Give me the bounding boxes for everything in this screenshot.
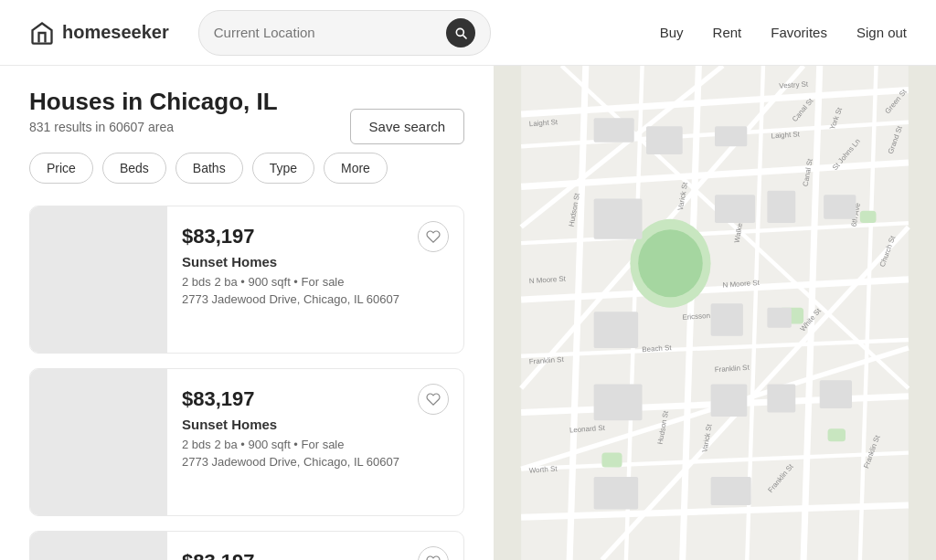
svg-rect-24 (601, 453, 622, 468)
nav-buy[interactable]: Buy (660, 25, 684, 40)
svg-rect-56 (715, 126, 747, 146)
svg-rect-26 (860, 211, 877, 223)
filter-beds[interactable]: Beds (102, 153, 166, 184)
heart-icon (426, 392, 441, 407)
heart-icon (426, 229, 441, 244)
listing-info: $83,197 (167, 532, 463, 560)
nav-rent[interactable]: Rent (713, 25, 742, 40)
svg-point-22 (638, 229, 703, 297)
svg-rect-59 (767, 191, 795, 223)
search-button[interactable] (446, 18, 475, 48)
search-input[interactable]: Current Location (214, 25, 439, 40)
filter-baths[interactable]: Baths (176, 153, 243, 184)
search-bar: Current Location (198, 10, 491, 56)
favorite-button[interactable] (418, 384, 449, 415)
logo[interactable]: homeseeker (29, 20, 169, 46)
search-icon (453, 26, 468, 40)
filter-price[interactable]: Price (29, 153, 93, 184)
heart-icon (426, 555, 441, 560)
nav-sign-out[interactable]: Sign out (856, 25, 907, 40)
favorite-button[interactable] (418, 221, 449, 252)
listing-card[interactable]: $83,197 Sunset Homes 2 bds 2 ba • 900 sq… (29, 368, 464, 516)
nav-links: Buy Rent Favorites Sign out (660, 25, 907, 40)
listing-address: 2773 Jadewood Drive, Chicago, IL 60607 (182, 455, 449, 469)
svg-rect-58 (715, 195, 755, 223)
svg-rect-66 (767, 385, 795, 413)
listing-price: $83,197 (182, 387, 449, 411)
filter-bar: Price Beds Baths Type More (29, 153, 464, 184)
logo-text: homeseeker (62, 22, 169, 43)
svg-rect-62 (711, 303, 743, 335)
map-svg: Vestry St Laight St Laight St N Moore St… (494, 66, 936, 560)
favorite-button[interactable] (418, 546, 449, 560)
home-icon (29, 20, 55, 46)
listing-info: $83,197 Sunset Homes 2 bds 2 ba • 900 sq… (167, 206, 463, 353)
map-panel[interactable]: Vestry St Laight St Laight St N Moore St… (494, 66, 936, 560)
svg-rect-55 (646, 126, 683, 154)
main-content: Houses in Chicago, IL 831 results in 606… (0, 66, 936, 560)
filter-more[interactable]: More (324, 153, 388, 184)
save-search-button[interactable]: Save search (350, 109, 464, 144)
svg-rect-60 (824, 195, 856, 218)
svg-rect-63 (767, 308, 791, 328)
svg-rect-67 (820, 380, 852, 408)
svg-rect-64 (594, 385, 643, 421)
listing-details: 2 bds 2 ba • 900 sqft • For sale (182, 438, 449, 451)
header: homeseeker Current Location Buy Rent Fav… (0, 0, 936, 66)
listings-container: $83,197 Sunset Homes 2 bds 2 ba • 900 sq… (29, 206, 464, 560)
svg-rect-68 (594, 477, 639, 509)
listing-price: $83,197 (182, 225, 449, 248)
svg-rect-57 (594, 199, 643, 239)
listing-name: Sunset Homes (182, 417, 449, 432)
svg-rect-54 (594, 118, 634, 142)
listing-card[interactable]: $83,197 Sunset Homes 2 bds 2 ba • 900 sq… (29, 206, 464, 354)
svg-rect-61 (594, 312, 639, 348)
svg-rect-69 (711, 477, 751, 505)
listing-price: $83,197 (182, 550, 449, 560)
listing-image (30, 369, 167, 515)
listing-image (30, 532, 167, 560)
svg-rect-25 (828, 428, 846, 441)
listing-info: $83,197 Sunset Homes 2 bds 2 ba • 900 sq… (167, 369, 463, 515)
listing-address: 2773 Jadewood Drive, Chicago, IL 60607 (182, 292, 449, 306)
listing-image (30, 206, 167, 353)
listing-name: Sunset Homes (182, 254, 449, 269)
svg-rect-65 (711, 385, 748, 417)
listing-card[interactable]: $83,197 (29, 531, 464, 560)
left-panel: Houses in Chicago, IL 831 results in 606… (0, 66, 494, 560)
nav-favorites[interactable]: Favorites (771, 25, 827, 40)
filter-type[interactable]: Type (252, 153, 314, 184)
listing-details: 2 bds 2 ba • 900 sqft • For sale (182, 275, 449, 289)
